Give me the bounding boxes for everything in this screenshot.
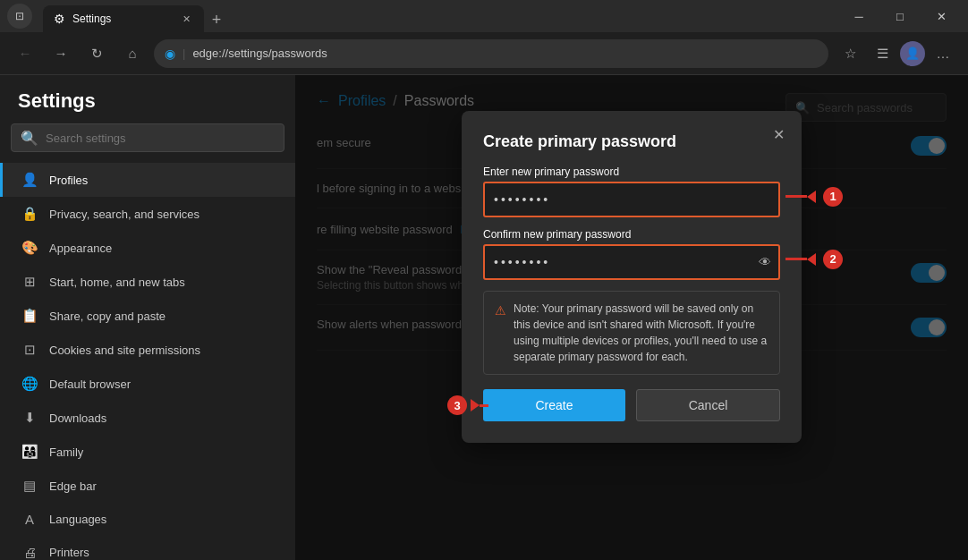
title-bar-left: ⊡ [7,4,32,29]
privacy-icon: 🔒 [21,206,38,222]
new-tab-button[interactable]: + [204,7,229,32]
sidebar-item-privacy-label: Privacy, search, and services [49,208,200,221]
downloads-icon: ⬇ [21,410,38,426]
start-icon: ⊞ [21,274,38,290]
dialog-title: Create primary password [483,132,780,151]
title-bar: ⊡ ⚙ Settings ✕ + ─ □ ✕ [0,0,968,32]
sidebar-item-default-browser[interactable]: 🌐 Default browser [0,367,295,401]
forward-button[interactable]: → [47,39,75,68]
arrow1-head [807,191,816,203]
arrow3-graphic [471,399,488,412]
dialog-close-button[interactable]: ✕ [766,122,791,147]
back-button[interactable]: ← [11,39,39,68]
edge-bar-icon: ▤ [21,478,38,494]
sidebar-item-languages[interactable]: A Languages [0,503,295,536]
field-group-1: Enter new primary password 1 [483,165,780,217]
arrow3-badge: 3 [447,395,467,415]
search-settings-input[interactable] [46,132,275,145]
create-button[interactable]: Create [483,389,625,421]
sidebar-item-share-label: Share, copy and paste [49,310,166,323]
sidebar-item-start-label: Start, home, and new tabs [49,276,185,289]
arrow3-head [471,399,480,412]
sidebar-title: Settings [0,89,295,123]
field2-wrap: 👁 [483,244,780,280]
arrow2-shaft [785,258,807,260]
sidebar-item-printers-label: Printers [49,546,89,559]
search-settings-wrap[interactable]: 🔍 [11,123,284,152]
note-box: ⚠ Note: Your primary password will be sa… [483,291,780,375]
arrow2-badge: 2 [823,250,843,269]
sidebar-item-share-copy[interactable]: 📋 Share, copy and paste [0,299,295,333]
arrow3-annotation: 3 [447,395,488,415]
arrow2-annotation: 2 [785,250,843,269]
favorites-button[interactable]: ☆ [836,39,864,68]
sidebar-item-cookies[interactable]: ⊡ Cookies and site permissions [0,333,295,367]
close-button[interactable]: ✕ [921,2,961,30]
address-divider: | [183,47,185,60]
field2-input[interactable] [485,246,778,278]
sidebar-nav: 👤 Profiles 🔒 Privacy, search, and servic… [0,163,295,560]
address-bar-input[interactable]: ◉ | edge://settings/passwords [154,39,828,68]
field-group-2: Confirm new primary password 👁 2 [483,228,780,280]
arrow2-head [807,253,816,266]
sidebar-item-family[interactable]: 👨‍👩‍👧 Family [0,435,295,469]
address-url: edge://settings/passwords [192,47,818,60]
sidebar-item-downloads[interactable]: ⬇ Downloads [0,401,295,435]
languages-icon: A [21,512,38,527]
profile-icon-symbol: 👤 [905,47,920,60]
note-text: Note: Your primary password will be save… [514,301,768,365]
tab-area: ⚙ Settings ✕ + [39,0,832,32]
sidebar-toggle-btn[interactable]: ⊡ [7,4,32,29]
sidebar-item-default-browser-label: Default browser [49,378,131,391]
edge-logo-icon: ◉ [165,47,175,61]
arrow1-badge: 1 [823,187,843,207]
search-settings-icon: 🔍 [21,130,38,147]
tab-settings-label: Settings [72,13,111,25]
more-button[interactable]: … [929,39,957,68]
sidebar-item-edge-bar-label: Edge bar [49,479,97,493]
field1-input[interactable] [485,183,778,216]
arrow1-annotation: 1 [785,187,843,207]
main-layout: Settings 🔍 👤 Profiles 🔒 Privacy, search,… [0,75,968,560]
toolbar-icons: ☆ ☰ 👤 … [836,39,957,68]
sidebar-item-printers[interactable]: 🖨 Printers [0,536,295,560]
dialog-overlay: ✕ Create primary password Enter new prim… [295,75,968,560]
arrow1-shaft [785,195,807,198]
restore-button[interactable]: □ [880,2,920,30]
reveal-password-icon[interactable]: 👁 [759,255,771,269]
create-primary-password-dialog: ✕ Create primary password Enter new prim… [462,111,802,443]
refresh-button[interactable]: ↻ [82,39,111,68]
collections-button[interactable]: ☰ [868,39,896,68]
tab-settings-icon: ⚙ [54,12,65,26]
sidebar-item-privacy[interactable]: 🔒 Privacy, search, and services [0,197,295,231]
arrow2-graphic [785,253,819,266]
profiles-icon: 👤 [21,172,38,188]
profile-button[interactable]: 👤 [900,41,925,66]
sidebar-item-appearance[interactable]: 🎨 Appearance [0,231,295,265]
tab-close-btn[interactable]: ✕ [179,12,193,26]
sidebar-item-languages-label: Languages [49,513,106,526]
field1-label: Enter new primary password [483,165,780,178]
sidebar-item-start-home[interactable]: ⊞ Start, home, and new tabs [0,265,295,299]
note-warning-icon: ⚠ [495,301,506,365]
window-controls: ─ □ ✕ [839,2,961,30]
sidebar-item-profiles-label: Profiles [49,174,88,187]
home-button[interactable]: ⌂ [118,39,147,68]
sidebar-item-profiles[interactable]: 👤 Profiles [0,163,295,197]
sidebar-item-appearance-label: Appearance [49,242,112,255]
dialog-actions: 3 Create Cancel [483,389,780,421]
content-area: ← Profiles / Passwords 🔍 Search password… [295,75,968,560]
settings-tab[interactable]: ⚙ Settings ✕ [43,5,204,32]
arrow1-graphic [785,191,819,203]
minimize-button[interactable]: ─ [839,2,879,30]
address-bar: ← → ↻ ⌂ ◉ | edge://settings/passwords ☆ … [0,32,968,75]
sidebar-item-edge-bar[interactable]: ▤ Edge bar [0,469,295,503]
share-icon: 📋 [21,308,38,324]
field1-wrap [483,182,780,217]
field2-label: Confirm new primary password [483,228,780,241]
sidebar-item-downloads-label: Downloads [49,412,106,425]
sidebar: Settings 🔍 👤 Profiles 🔒 Privacy, search,… [0,75,295,560]
cancel-button[interactable]: Cancel [636,389,780,421]
family-icon: 👨‍👩‍👧 [21,444,38,460]
cookies-icon: ⊡ [21,342,38,358]
